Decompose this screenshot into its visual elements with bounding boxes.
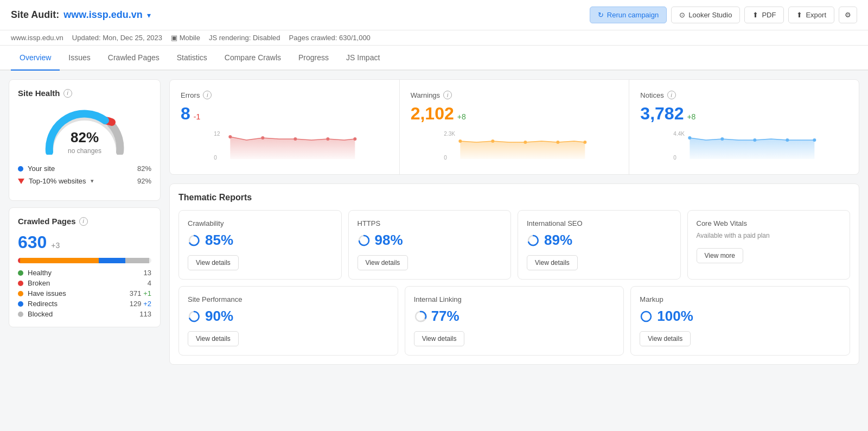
issues-val: 371 +1 xyxy=(130,289,151,297)
crawled-pages-card: Crawled Pages i 630 +3 Healthy xyxy=(9,207,161,327)
crawlability-percent-row: 85% xyxy=(188,232,333,249)
site-url[interactable]: www.issp.edu.vn xyxy=(63,9,142,21)
svg-point-21 xyxy=(754,138,757,142)
issues-dot xyxy=(18,291,23,296)
crawled-count-row: 630 +3 xyxy=(18,232,151,252)
svg-text:12: 12 xyxy=(214,131,220,137)
gauge-text: 82% no changes xyxy=(41,129,128,155)
crawlability-name: Crawlability xyxy=(188,219,333,227)
crawlability-card: Crawlability 85% View details xyxy=(178,210,342,280)
notices-info-icon[interactable]: i xyxy=(667,91,676,99)
internal-linking-name: Internal Linking xyxy=(414,295,615,303)
crawled-progress-bar xyxy=(18,258,151,263)
blocked-val: 113 xyxy=(139,310,151,318)
top-bar: Site Audit: www.issp.edu.vn ▾ ↻ Rerun ca… xyxy=(0,0,868,30)
internal-linking-circle-icon xyxy=(414,310,427,323)
https-circle-icon xyxy=(358,234,371,247)
pb-redirects xyxy=(99,258,125,263)
broken-row: Broken 4 xyxy=(18,279,151,287)
errors-info-icon[interactable]: i xyxy=(203,91,212,99)
intl-seo-circle-icon xyxy=(527,234,540,247)
tab-js-impact[interactable]: JS Impact xyxy=(337,46,388,71)
broken-val: 4 xyxy=(148,279,151,287)
crawlability-view-details[interactable]: View details xyxy=(188,255,239,270)
blocked-dot xyxy=(18,312,23,317)
looker-studio-button[interactable]: ⊙ Looker Studio xyxy=(671,7,740,23)
crawled-pages-title: Crawled Pages i xyxy=(18,217,151,226)
redirects-row: Redirects 129 +2 xyxy=(18,300,151,308)
svg-text:0: 0 xyxy=(214,155,217,161)
markup-view-details[interactable]: View details xyxy=(640,331,691,346)
https-view-details[interactable]: View details xyxy=(358,255,409,270)
tab-crawled-pages[interactable]: Crawled Pages xyxy=(99,46,168,71)
top10-dropdown[interactable]: ▾ xyxy=(91,178,94,185)
settings-button[interactable]: ⚙ xyxy=(839,7,857,23)
site-health-legend: Your site 82% Top-10% websites ▾ 92% xyxy=(18,162,151,187)
svg-text:0: 0 xyxy=(674,155,677,161)
site-performance-card: Site Performance 90% View details xyxy=(178,286,398,356)
errors-delta: -1 xyxy=(194,112,200,121)
svg-point-6 xyxy=(326,137,329,141)
warnings-label: Warnings i xyxy=(411,91,618,99)
tab-statistics[interactable]: Statistics xyxy=(168,46,216,71)
healthy-dot xyxy=(18,270,23,276)
notices-sparkline: 4.4K 0 xyxy=(640,129,848,162)
subbar-js: JS rendering: Disabled xyxy=(209,34,280,42)
https-name: HTTPS xyxy=(358,219,502,227)
svg-text:4.4K: 4.4K xyxy=(674,131,685,137)
svg-point-22 xyxy=(786,138,789,142)
https-percent: 98% xyxy=(375,232,403,249)
svg-point-15 xyxy=(583,141,586,144)
core-web-vitals-name: Core Web Vitals xyxy=(697,219,841,227)
pdf-button[interactable]: ⬆ PDF xyxy=(744,7,784,23)
svg-point-12 xyxy=(491,140,494,143)
crawlability-percent: 85% xyxy=(205,232,233,249)
left-panel: Site Health i 82% xyxy=(9,79,161,422)
looker-icon: ⊙ xyxy=(679,11,685,19)
markup-percent-row: 100% xyxy=(640,308,841,325)
svg-marker-2 xyxy=(230,137,355,159)
mobile-icon: ▣ xyxy=(171,34,177,42)
thematic-section: Thematic Reports Crawlability 85% View d… xyxy=(169,183,859,365)
tab-issues[interactable]: Issues xyxy=(60,46,99,71)
gauge-container: 82% no changes Your site 82% xyxy=(18,104,151,192)
url-dropdown-arrow[interactable]: ▾ xyxy=(147,11,151,20)
markup-name: Markup xyxy=(640,295,841,303)
top10-row: Top-10% websites ▾ 92% xyxy=(18,175,151,187)
warnings-value: 2,102 xyxy=(411,104,454,124)
warnings-value-row: 2,102 +8 xyxy=(411,104,618,124)
rerun-campaign-button[interactable]: ↻ Rerun campaign xyxy=(590,7,667,23)
intl-seo-view-details[interactable]: View details xyxy=(527,255,578,270)
top-bar-right: ↻ Rerun campaign ⊙ Looker Studio ⬆ PDF ⬆… xyxy=(590,7,857,23)
internal-linking-card: Internal Linking 77% View details xyxy=(405,286,624,356)
intl-seo-card: International SEO 89% View details xyxy=(518,210,681,280)
gauge-wrap: 82% no changes xyxy=(41,109,128,155)
pdf-icon: ⬆ xyxy=(752,11,758,19)
subbar-updated: Updated: Mon, Dec 25, 2023 xyxy=(72,34,162,42)
healthy-val: 13 xyxy=(144,269,151,277)
core-web-vitals-view-more[interactable]: View more xyxy=(697,248,743,263)
notices-value: 3,782 xyxy=(640,104,684,124)
svg-point-19 xyxy=(688,136,692,140)
tab-progress[interactable]: Progress xyxy=(290,46,337,71)
svg-text:2.3K: 2.3K xyxy=(444,131,455,137)
gauge-percent: 82% xyxy=(41,129,128,146)
crawled-pages-info-icon[interactable]: i xyxy=(79,217,88,226)
tab-compare-crawls[interactable]: Compare Crawls xyxy=(216,46,290,71)
export-button[interactable]: ⬆ Export xyxy=(788,7,834,23)
subbar-site: www.issp.edu.vn xyxy=(11,34,63,42)
paid-plan-text: Available with a paid plan xyxy=(697,232,841,239)
warnings-info-icon[interactable]: i xyxy=(443,91,452,99)
internal-linking-view-details[interactable]: View details xyxy=(414,331,465,346)
svg-point-3 xyxy=(228,135,232,138)
tab-overview[interactable]: Overview xyxy=(11,46,60,71)
your-site-dot xyxy=(18,166,23,172)
export-icon: ⬆ xyxy=(796,11,802,19)
svg-text:0: 0 xyxy=(444,155,447,161)
site-health-info-icon[interactable]: i xyxy=(63,89,72,98)
svg-point-23 xyxy=(813,138,816,142)
subbar-device: ▣ Mobile xyxy=(171,34,200,42)
site-performance-view-details[interactable]: View details xyxy=(188,331,239,346)
top-bar-left: Site Audit: www.issp.edu.vn ▾ xyxy=(11,9,151,21)
issues-row: Have issues 371 +1 xyxy=(18,289,151,297)
